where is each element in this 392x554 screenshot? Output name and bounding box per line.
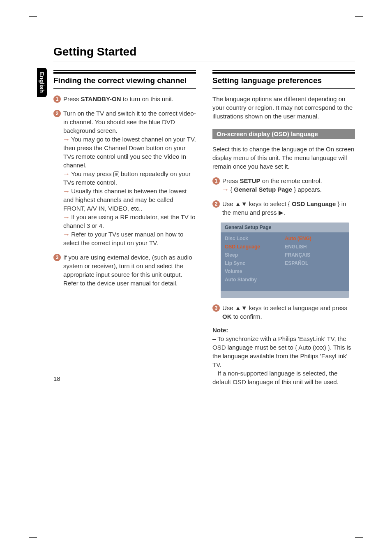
step-number-icon: 3	[53, 254, 61, 261]
note-body: – To synchronize with a Philips 'EasyLin…	[212, 334, 355, 386]
note-label: Note:	[212, 327, 355, 334]
section-header: Setting language preferences	[212, 70, 355, 89]
section-heading: Setting language preferences	[212, 76, 355, 86]
step-number-icon: 2	[212, 200, 220, 208]
text: to turn on this unit.	[121, 95, 174, 102]
step-number-icon: 2	[53, 110, 61, 117]
button-name: STANDBY-ON	[81, 95, 121, 102]
text: Press	[63, 95, 81, 102]
right-column: Setting language preferences The languag…	[212, 70, 355, 386]
arrow-icon: →	[63, 169, 70, 178]
arrow-icon: →	[222, 185, 229, 194]
menu-left-list: Disc LockOSD LanguageSleepLip SyncVolume…	[225, 234, 285, 284]
language-tab: English	[37, 68, 47, 97]
text: to confirm.	[232, 313, 262, 320]
menu-name: OSD Language	[292, 200, 336, 207]
osd-menu-screenshot: General Setup Page Disc LockOSD Language…	[221, 223, 349, 298]
step-3: 3 If you are using external device, (suc…	[53, 253, 196, 287]
menu-item: Lip Sync	[225, 259, 285, 267]
text: You may go to the lowest channel on your…	[63, 136, 196, 169]
text: {	[228, 186, 234, 193]
section-heading: Finding the correct viewing channel	[53, 76, 196, 86]
menu-item: Auto Standby	[225, 276, 285, 284]
arrow-icon: →	[63, 135, 70, 144]
text: Refer to your TVs user manual on how to …	[63, 231, 183, 246]
menu-item: Sleep	[225, 251, 285, 259]
text: on the remote control.	[261, 177, 322, 184]
menu-item: ENGLISH	[285, 243, 345, 251]
step-number-icon: 1	[53, 95, 61, 103]
intro-text: The language options are different depen…	[212, 95, 355, 121]
menu-item: Auto (ENG)	[285, 234, 345, 243]
arrow-icon: →	[63, 230, 70, 239]
menu-item: Volume	[225, 267, 285, 276]
button-name: SETUP	[240, 177, 261, 184]
page-number: 18	[53, 375, 60, 382]
step-number-icon: 1	[212, 177, 220, 185]
menu-name: General Setup Page	[234, 186, 292, 193]
sub-intro-text: Select this to change the language of th…	[212, 145, 355, 171]
left-column: Finding the correct viewing channel 1 Pr…	[53, 70, 196, 386]
crop-mark	[29, 529, 37, 538]
step-1: 1 Press SETUP on the remote control. → {…	[212, 176, 355, 194]
arrow-icon: →	[63, 187, 70, 195]
menu-footer	[221, 291, 349, 298]
button-name: OK	[222, 313, 232, 320]
text: If you are using a RF modulator, set the…	[63, 213, 196, 229]
text: Usually this channel is between the lowe…	[63, 188, 187, 212]
divider	[53, 62, 355, 62]
menu-right-list: Auto (ENG)ENGLISHFRANÇAISESPAÑOL	[285, 234, 345, 284]
menu-item: ESPAÑOL	[285, 259, 345, 267]
menu-title: General Setup Page	[221, 223, 349, 232]
text: Use ▲▼ keys to select a language and pre…	[222, 304, 347, 311]
menu-item: Disc Lock	[225, 234, 285, 243]
sub-heading: On-screen display (OSD) language	[212, 129, 355, 139]
text: Use ▲▼ keys to select {	[222, 200, 292, 207]
step-number-icon: 3	[212, 304, 220, 312]
text: Press	[222, 177, 240, 184]
step-3: 3 Use ▲▼ keys to select a language and p…	[212, 304, 355, 321]
menu-item: OSD Language	[225, 243, 285, 251]
text: } appears.	[292, 186, 322, 193]
av-input-icon: ⊕	[113, 172, 119, 177]
text: If you are using external device, (such …	[63, 254, 192, 287]
text: Turn on the TV and switch it to the corr…	[63, 110, 196, 134]
text: You may press	[69, 170, 113, 177]
page-title: Getting Started	[53, 45, 355, 58]
step-2: 2 Use ▲▼ keys to select { OSD Language }…	[212, 199, 355, 217]
arrow-icon: →	[63, 213, 70, 221]
section-header: Finding the correct viewing channel	[53, 70, 196, 89]
menu-item: FRANÇAIS	[285, 251, 345, 259]
crop-mark	[355, 529, 363, 538]
step-2: 2 Turn on the TV and switch it to the co…	[53, 109, 196, 247]
step-1: 1 Press STANDBY-ON to turn on this unit.	[53, 95, 196, 103]
